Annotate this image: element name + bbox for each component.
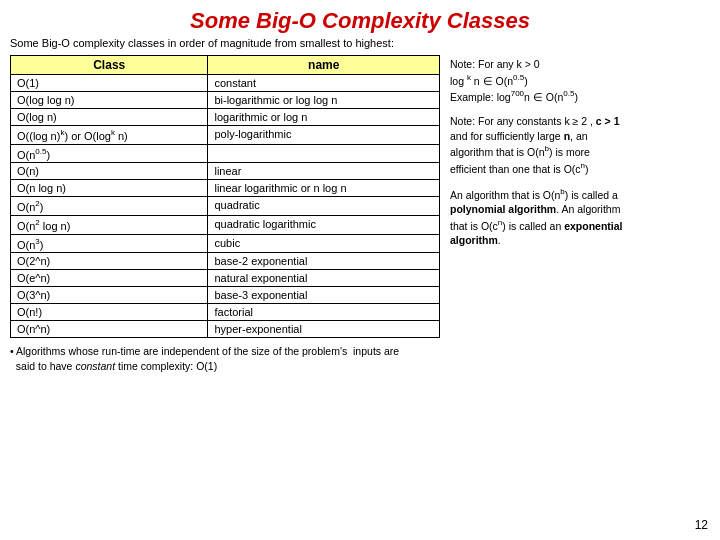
- name-cell: linear logarithmic or n log n: [208, 180, 440, 197]
- note-3: An algorithm that is O(nb) is called a p…: [450, 186, 710, 248]
- table-row: O((log n)k) or O(logk n)poly-logarithmic: [11, 126, 440, 145]
- class-cell: O(log n): [11, 109, 208, 126]
- class-cell: O(n): [11, 163, 208, 180]
- table-row: O(log log n)bi-logarithmic or log log n: [11, 92, 440, 109]
- name-cell: base-3 exponential: [208, 287, 440, 304]
- name-cell: hyper-exponential: [208, 321, 440, 338]
- table-row: O(n0.5): [11, 144, 440, 163]
- page-number: 12: [695, 518, 708, 532]
- complexity-table: Class name O(1)constantO(log log n)bi-lo…: [10, 55, 440, 338]
- name-cell: [208, 144, 440, 163]
- main-content: Class name O(1)constantO(log log n)bi-lo…: [10, 55, 710, 338]
- name-cell: logarithmic or log n: [208, 109, 440, 126]
- note-2: Note: For any constants k ≥ 2 , c > 1 an…: [450, 114, 710, 176]
- class-cell: O(n2): [11, 197, 208, 216]
- notes-section: Note: For any k > 0 log k n ∈ O(n0.5) Ex…: [450, 55, 710, 338]
- name-cell: factorial: [208, 304, 440, 321]
- class-cell: O(n3): [11, 234, 208, 253]
- name-cell: quadratic logarithmic: [208, 215, 440, 234]
- class-cell: O(e^n): [11, 270, 208, 287]
- class-cell: O(1): [11, 75, 208, 92]
- col-header-name: name: [208, 56, 440, 75]
- name-cell: constant: [208, 75, 440, 92]
- name-cell: poly-logarithmic: [208, 126, 440, 145]
- note-1: Note: For any k > 0 log k n ∈ O(n0.5) Ex…: [450, 57, 710, 104]
- class-cell: O(n0.5): [11, 144, 208, 163]
- class-cell: O(n2 log n): [11, 215, 208, 234]
- page-title: Some Big-O Complexity Classes: [10, 8, 710, 34]
- table-row: O(n2)quadratic: [11, 197, 440, 216]
- table-row: O(n3)cubic: [11, 234, 440, 253]
- table-row: O(n log n)linear logarithmic or n log n: [11, 180, 440, 197]
- table-row: O(e^n)natural exponential: [11, 270, 440, 287]
- subtitle: Some Big-O complexity classes in order o…: [10, 37, 710, 49]
- name-cell: quadratic: [208, 197, 440, 216]
- class-cell: O(n log n): [11, 180, 208, 197]
- table-row: O(n^n)hyper-exponential: [11, 321, 440, 338]
- table-row: O(3^n)base-3 exponential: [11, 287, 440, 304]
- class-cell: O((log n)k) or O(logk n): [11, 126, 208, 145]
- class-cell: O(3^n): [11, 287, 208, 304]
- name-cell: cubic: [208, 234, 440, 253]
- bullet-section: • Algorithms whose run-time are independ…: [10, 344, 710, 373]
- table-row: O(n2 log n)quadratic logarithmic: [11, 215, 440, 234]
- table-row: O(n!)factorial: [11, 304, 440, 321]
- table-row: O(1)constant: [11, 75, 440, 92]
- table-row: O(2^n)base-2 exponential: [11, 253, 440, 270]
- table-row: O(log n)logarithmic or log n: [11, 109, 440, 126]
- class-cell: O(log log n): [11, 92, 208, 109]
- name-cell: bi-logarithmic or log log n: [208, 92, 440, 109]
- col-header-class: Class: [11, 56, 208, 75]
- class-cell: O(n^n): [11, 321, 208, 338]
- name-cell: natural exponential: [208, 270, 440, 287]
- table-row: O(n)linear: [11, 163, 440, 180]
- name-cell: base-2 exponential: [208, 253, 440, 270]
- class-cell: O(2^n): [11, 253, 208, 270]
- class-cell: O(n!): [11, 304, 208, 321]
- page: Some Big-O Complexity Classes Some Big-O…: [0, 0, 720, 540]
- table-section: Class name O(1)constantO(log log n)bi-lo…: [10, 55, 440, 338]
- name-cell: linear: [208, 163, 440, 180]
